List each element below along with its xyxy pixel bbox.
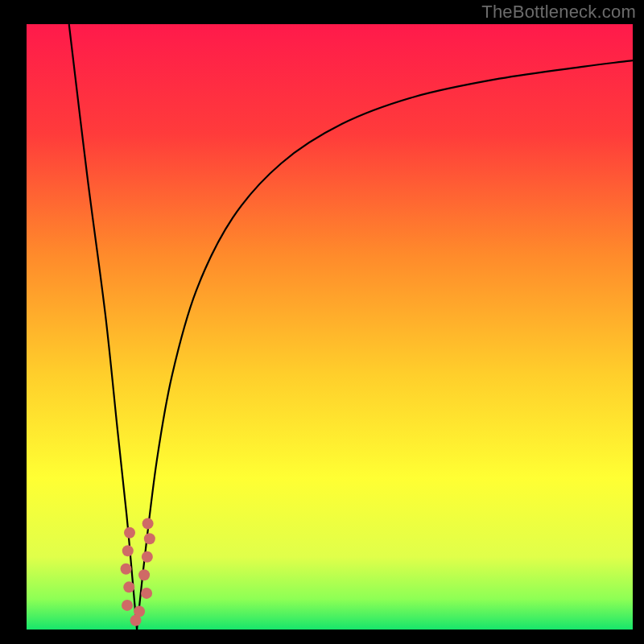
chart-frame: TheBottleneck.com bbox=[0, 0, 644, 644]
scatter-point bbox=[123, 581, 134, 592]
scatter-point bbox=[134, 605, 145, 617]
scatter-point bbox=[120, 564, 131, 575]
scatter-point bbox=[122, 545, 134, 556]
scatter-point bbox=[122, 600, 133, 611]
scatter-point bbox=[144, 533, 155, 544]
watermark-text: TheBottleneck.com bbox=[481, 2, 636, 23]
scatter-point bbox=[141, 588, 152, 599]
bottleneck-chart bbox=[0, 0, 644, 644]
scatter-point bbox=[138, 569, 150, 580]
plot-background bbox=[27, 24, 633, 630]
scatter-point bbox=[142, 518, 154, 529]
scatter-point bbox=[124, 527, 135, 539]
scatter-point bbox=[142, 551, 153, 563]
